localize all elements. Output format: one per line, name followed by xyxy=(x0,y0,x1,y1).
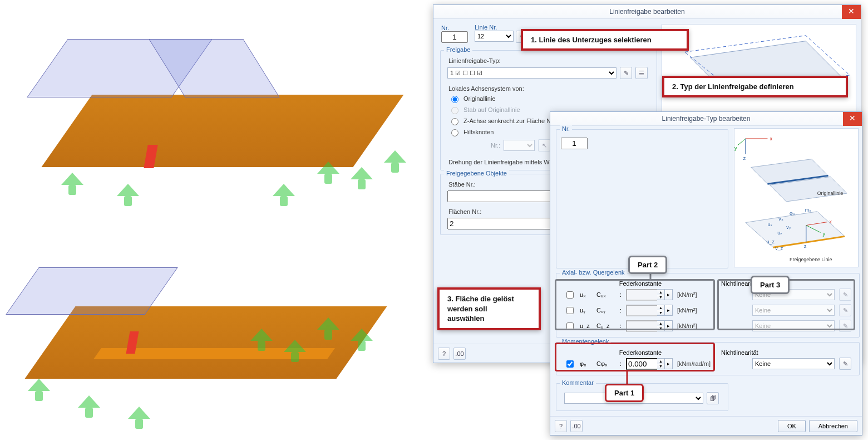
close-icon[interactable]: ✕ xyxy=(843,112,862,126)
nr-input[interactable] xyxy=(441,31,468,43)
phix-nonlin-select[interactable]: Keine xyxy=(752,358,835,369)
typ-list-icon[interactable]: ☰ xyxy=(635,67,648,79)
svg-marker-12 xyxy=(746,212,845,247)
federkonstante-hdr2: Federkonstante xyxy=(560,349,721,356)
svg-text:φₓ: φₓ xyxy=(790,211,795,216)
units-icon[interactable]: .00 xyxy=(570,420,583,432)
axial-edit-icon: ✎ xyxy=(839,289,851,301)
typ-label: Linienfreigabe-Typ: xyxy=(443,56,654,65)
linie-nr-select[interactable]: 12 xyxy=(475,31,514,42)
axial-check[interactable] xyxy=(566,291,574,299)
axial-row: uₓCᵤₓ:▲▼▸[kN/m²]Keine✎ xyxy=(560,287,856,302)
phix-sym: φₓ xyxy=(580,360,592,368)
phix-check[interactable] xyxy=(566,360,574,368)
callout-step2: 2. Typ der Linienfreigabe definieren xyxy=(662,76,848,97)
radio-zachse[interactable] xyxy=(451,118,458,125)
model-illustration xyxy=(0,0,428,440)
svg-text:v_z: v_z xyxy=(775,246,783,251)
svg-text:uₓ: uₓ xyxy=(767,222,772,227)
svg-line-4 xyxy=(738,139,746,145)
axial-nonlin-select: Keine xyxy=(752,305,835,316)
callout-step1: 1. Linie des Unterzuges selektieren xyxy=(521,29,689,51)
axial-spinner[interactable]: ▲▼▸ xyxy=(626,320,673,332)
callout-step3: 3. Fläche die gelöst werden soll auswähl… xyxy=(437,287,541,330)
hilfsknoten-nr-select xyxy=(504,140,535,151)
linie-nr-label: Linie Nr. xyxy=(475,24,528,31)
radio-hilfsknoten[interactable] xyxy=(451,129,458,136)
help-icon[interactable]: ? xyxy=(555,420,567,432)
federkonstante-hdr: Federkonstante xyxy=(560,280,721,287)
dialog2-titlebar: Linienfreigabe-Typ bearbeiten ✕ xyxy=(550,112,862,126)
svg-text:u_z: u_z xyxy=(766,239,775,245)
radio-originallinie[interactable] xyxy=(451,96,458,103)
kommentar-section: Kommentar xyxy=(560,379,596,386)
axial-edit-icon: ✎ xyxy=(839,320,851,332)
axial-nonlin-select: Keine xyxy=(752,320,835,331)
svg-text:y: y xyxy=(734,145,737,151)
axial-sym: uₓ xyxy=(580,291,592,299)
svg-text:Freigegebene Linie: Freigegebene Linie xyxy=(790,257,832,262)
part1-callout: Part 1 xyxy=(605,384,644,402)
phix-c: Cφₓ xyxy=(596,360,615,368)
svg-text:x: x xyxy=(770,136,772,141)
svg-text:x: x xyxy=(829,219,832,224)
axial-spinner[interactable]: ▲▼▸ xyxy=(626,289,673,301)
svg-text:mₓ: mₓ xyxy=(805,207,811,213)
svg-text:Originallinie: Originallinie xyxy=(817,190,844,196)
svg-text:uᵧ: uᵧ xyxy=(777,230,782,236)
nr2-label: Nr. xyxy=(560,125,572,132)
hilfsknoten-pick-icon: ↖ xyxy=(538,139,550,151)
help-icon[interactable]: ? xyxy=(438,348,450,360)
nr2-input[interactable] xyxy=(561,138,588,149)
freigabe-typ-select[interactable]: 1 ☑ ☐ ☐ ☑ xyxy=(447,67,617,79)
axial-row: uᵧCᵤᵧ:▲▼▸[kN/m²]Keine✎ xyxy=(560,302,856,318)
axial-check[interactable] xyxy=(566,322,574,330)
ok-button[interactable]: OK xyxy=(778,420,806,432)
svg-text:y: y xyxy=(823,231,826,237)
dialog1-titlebar: Linienfreigabe bearbeiten ✕ xyxy=(433,5,861,19)
dialog1-title: Linienfreigabe bearbeiten xyxy=(609,8,684,16)
dialog2-preview: x y z Originallinie Freigegebene Linie u… xyxy=(734,128,859,267)
nr-small-label: Nr.: xyxy=(491,142,500,149)
dialog2-title: Linienfreigabe-Typ bearbeiten xyxy=(662,115,751,123)
dialog-release-type: Linienfreigabe-Typ bearbeiten ✕ Nr. x y … xyxy=(550,111,862,436)
units-icon[interactable]: .00 xyxy=(453,348,466,360)
typ-new-icon[interactable]: ✎ xyxy=(620,67,632,79)
nr-label: Nr. xyxy=(441,25,468,31)
svg-text:vᵧ: vᵧ xyxy=(786,224,791,230)
phix-value-spinner[interactable]: ▲▼ ▸ xyxy=(626,358,673,370)
phix-edit-icon[interactable]: ✎ xyxy=(839,358,851,370)
svg-text:z: z xyxy=(804,243,807,249)
axial-c: Cᵤₓ xyxy=(596,291,615,299)
radio-stab xyxy=(451,107,458,114)
nichtlin-hdr2: Nichtlinearität xyxy=(721,349,856,356)
part3-callout: Part 3 xyxy=(751,276,790,294)
axial-sym: uᵧ xyxy=(580,307,592,314)
part2-callout: Part 2 xyxy=(628,256,667,274)
svg-text:vₓ: vₓ xyxy=(778,216,783,222)
freigabe-section: Freigabe xyxy=(444,46,472,53)
axial-c: Cᵤ_z xyxy=(596,322,615,330)
moment-section: Momentengelenk xyxy=(560,338,611,345)
svg-text:z: z xyxy=(743,155,746,161)
achsensystem-label: Lokales Achsensystem von: xyxy=(443,84,654,93)
axial-sym: u_z xyxy=(580,322,592,329)
axial-c: Cᵤᵧ xyxy=(596,307,615,314)
axial-spinner[interactable]: ▲▼▸ xyxy=(626,305,673,316)
dialog1-preview xyxy=(662,24,856,119)
axial-section: Axial- bzw. Quergelenk xyxy=(560,269,627,276)
freigegebene-section: Freigegebene Objekte xyxy=(444,170,509,177)
axial-row: u_zCᵤ_z:▲▼▸[kN/m²]Keine✎ xyxy=(560,318,856,334)
axial-edit-icon: ✎ xyxy=(839,304,851,316)
axial-check[interactable] xyxy=(566,307,574,314)
kommentar-lib-icon[interactable]: 🗐 xyxy=(707,392,719,404)
cancel-button[interactable]: Abbrechen xyxy=(809,420,857,432)
close-icon[interactable]: ✕ xyxy=(842,5,861,19)
